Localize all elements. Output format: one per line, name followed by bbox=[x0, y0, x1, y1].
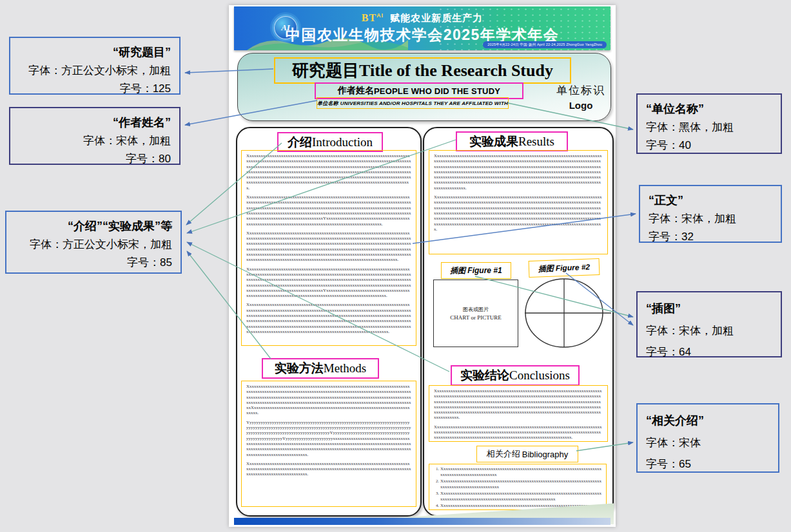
affiliation-en: UNIVERSITIES AND/OR HOSPITALS THEY ARE A… bbox=[340, 100, 508, 106]
placeholder-paragraph: Xxxxxxxxxxxxxxxxxxxxxxxxxxxxxxxxxxxxxxxx… bbox=[246, 302, 411, 334]
bibliography-list: Xxxxxxxxxxxxxxxxxxxxxxxxxxxxxxxxxxxxxxxx… bbox=[429, 464, 607, 510]
bibliography-item: Xxxxxxxxxxxxxxxxxxxxxxxxxxxxxxxxxxxxxxxx… bbox=[440, 466, 602, 477]
authors-en: PEOPLE WHO DID THE STUDY bbox=[374, 86, 500, 96]
poster-affiliation: 单位名称 UNIVERSITIES AND/OR HOSPITALS THEY … bbox=[317, 97, 509, 109]
bibliography-item: Xxxxxxxxxxxxxxxxxxxxxxxxxxxxxxxxxxxxxxxx… bbox=[440, 479, 602, 489]
org-logo-word: Logo bbox=[550, 100, 612, 111]
brand-superscript: AI bbox=[376, 12, 384, 19]
placeholder-paragraph: Xxxxxxxxxxxxxxxxxxxxxxxxxxxxxxxxxxxxxxxx… bbox=[434, 388, 603, 421]
placeholder-paragraph: Xxxxxxxxxxxxxxxxxxxxxxxxxxxxxxxxxxxxxxxx… bbox=[246, 195, 411, 227]
affiliation-zh: 单位名称 bbox=[317, 100, 338, 107]
placeholder-paragraph: Xxxxxxxxxxxxxxxxxxxxxxxxxxxxxxxxxxxxxxxx… bbox=[246, 384, 411, 416]
figure1-chart-placeholder: 图表或图片 CHART or PICTURE bbox=[433, 280, 518, 347]
title-panel: 研究题目Title of the Research Study 作者姓名 PEO… bbox=[237, 53, 611, 121]
callout-section-headings-spec: “介绍”“实验成果”等 字体：方正公文小标宋，加粗 字号：85 bbox=[5, 211, 182, 274]
callout-title-spec: “研究题目” 字体：方正公文小标宋，加粗 字号：125 bbox=[9, 37, 181, 95]
org-mark-label: 单位标识 bbox=[550, 83, 612, 98]
placeholder-paragraph: Xxxxxxxxxxxxxxxxxxxxxxxxxxxxxxxxxxxxxxxx… bbox=[434, 153, 603, 191]
poster: AI BTAI 赋能农业新质生产力 中国农业生物技术学会2025年学术年会 20… bbox=[229, 5, 616, 527]
placeholder-paragraph: Xxxxxxxxxxxxxxxxxxxxxxxxxxxxxxxxxxxxxxxx… bbox=[434, 195, 603, 232]
figure1-label: 插图Figure #1 bbox=[441, 262, 511, 279]
bibliography-item: Xxxxxxxxxxxxxxxxxxxxxxxxxxxxxxxxxxxxxxxx… bbox=[440, 491, 602, 502]
page-background: AI BTAI 赋能农业新质生产力 中国农业生物技术学会2025年学术年会 20… bbox=[0, 0, 791, 532]
callout-body-text-spec: “正文” 字体：宋体，加粗 字号：32 bbox=[639, 185, 782, 243]
section-heading-conclusions: 实验结论 Conclusions bbox=[451, 365, 580, 386]
placeholder-paragraph: Yyyyyyyyyyyyyyyyyyyyyyyyyyyyyyyyyyyyyyyy… bbox=[246, 420, 411, 457]
figure2-pie-placeholder bbox=[520, 275, 616, 351]
placeholder-paragraph: Xxxxxxxxxxxxxxxxxxxxxxxxxxxxxxxxxxxxxxxx… bbox=[246, 153, 411, 191]
right-column: 实验成果 Results Xxxxxxxxxxxxxxxxxxxxxxxxxxx… bbox=[423, 127, 614, 517]
poster-title: 研究题目Title of the Research Study bbox=[274, 57, 571, 84]
conclusions-text: Xxxxxxxxxxxxxxxxxxxxxxxxxxxxxxxxxxxxxxxx… bbox=[429, 385, 608, 442]
org-logo-placeholder: 单位标识 Logo bbox=[550, 83, 612, 111]
methods-text: Xxxxxxxxxxxxxxxxxxxxxxxxxxxxxxxxxxxxxxxx… bbox=[241, 381, 416, 507]
section-heading-results: 实验成果 Results bbox=[456, 131, 568, 151]
callout-figure-spec: “插图” 字体：宋体，加粗 字号：64 bbox=[636, 291, 782, 357]
callout-bibliography-spec: “相关介绍” 字体：宋体 字号：65 bbox=[636, 403, 779, 473]
section-heading-methods: 实验方法 Methods bbox=[262, 358, 379, 379]
footer-blue-band bbox=[234, 518, 610, 525]
bibliography-label: 相关介绍 Bibliography bbox=[476, 446, 578, 462]
tagline-text: 赋能农业新质生产力 bbox=[390, 12, 483, 23]
callout-authors-spec: “作者姓名” 字体：宋体，加粗 字号：80 bbox=[9, 107, 181, 165]
placeholder-paragraph: Xxxxxxxxxxxxxxxxxxxxxxxxxxxxxxxxxxxxxxxx… bbox=[246, 267, 411, 299]
placeholder-paragraph: Xxxxxxxxxxxxxxxxxxxxxxxxxxxxxxxxxxxxxxxx… bbox=[434, 424, 603, 441]
placeholder-paragraph: Xxxxxxxxxxxxxxxxxxxxxxxxxxxxxxxxxxxxxxxx… bbox=[246, 461, 411, 477]
authors-zh: 作者姓名 bbox=[338, 85, 374, 97]
callout-affiliation-spec: “单位名称” 字体：黑体，加粗 字号：40 bbox=[636, 93, 782, 154]
brand-text: BT bbox=[362, 12, 376, 23]
conference-banner: AI BTAI 赋能农业新质生产力 中国农业生物技术学会2025年学术年会 20… bbox=[234, 6, 610, 50]
conference-date-badge: 2025年4月22-24日 中国·扬州 April 22-24,2025 Zho… bbox=[483, 41, 607, 48]
placeholder-paragraph: Xxxxxxxxxxxxxxxxxxxxxxxxxxxxxxxxxxxxxxxx… bbox=[246, 231, 411, 263]
left-column: 介绍 Introduction Xxxxxxxxxxxxxxxxxxxxxxxx… bbox=[236, 127, 422, 517]
results-text: Xxxxxxxxxxxxxxxxxxxxxxxxxxxxxxxxxxxxxxxx… bbox=[429, 150, 608, 254]
introduction-text: Xxxxxxxxxxxxxxxxxxxxxxxxxxxxxxxxxxxxxxxx… bbox=[241, 150, 416, 346]
banner-tagline: BTAI 赋能农业新质生产力 bbox=[234, 12, 610, 24]
section-heading-introduction: 介绍 Introduction bbox=[277, 132, 383, 152]
